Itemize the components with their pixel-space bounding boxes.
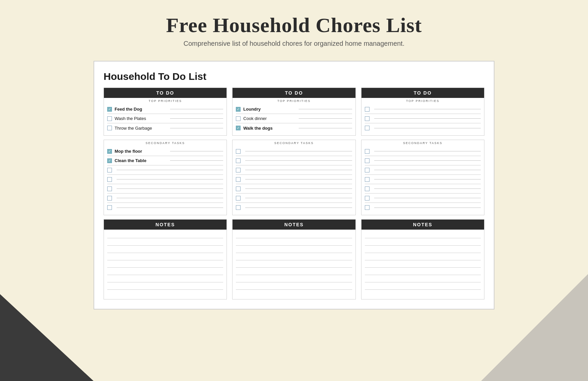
checkbox-2-sec-3[interactable] [236,168,241,172]
document: Household To Do List TO DOTOP PRIORITIES… [94,61,494,309]
column-1: TO DOTOP PRIORITIESFeed the DogWash the … [104,88,227,299]
checkbox-2-sec-6[interactable] [236,196,241,201]
column-3: TO DOTOP PRIORITIESSECONDARY TASKSNOTES [361,88,484,299]
top-task-item-2-2[interactable]: Cook dinner [236,114,352,123]
checkbox-3-sec-7[interactable] [365,205,370,210]
task-text-2-top-2: Cook dinner [243,116,297,121]
top-task-item-3-1[interactable] [365,105,481,114]
checkbox-3-top-3[interactable] [365,126,370,130]
task-text-1-top-2: Wash the Plates [115,116,168,121]
checkbox-3-sec-1[interactable] [365,149,370,154]
sec-task-line-1-5 [117,188,223,189]
secondary-tasks-list-2 [233,145,355,215]
checkbox-3-sec-6[interactable] [365,196,370,201]
checkbox-3-sec-5[interactable] [365,186,370,191]
sec-task-item-2-6[interactable] [236,194,352,203]
sec-task-item-1-1[interactable]: Mop the floor [107,147,223,156]
notes-header-1: NOTES [104,220,227,230]
note-line-2-2 [236,238,352,246]
top-task-item-1-1[interactable]: Feed the Dog [107,105,223,114]
checkbox-2-sec-1[interactable] [236,149,241,154]
task-text-1-sec-1: Mop the floor [115,149,168,154]
todo-header-1: TO DO [104,88,227,98]
checkbox-3-sec-3[interactable] [365,168,370,172]
sec-task-item-3-1[interactable] [365,147,481,156]
checkbox-1-sec-6[interactable] [107,196,112,201]
checkbox-1-sec-1[interactable] [107,149,112,154]
sec-task-item-3-4[interactable] [365,175,481,184]
sec-task-item-1-2[interactable]: Clean the Table [107,156,223,165]
top-task-item-2-3[interactable]: Walk the dogs [236,123,352,133]
task-line-3-top-1 [374,109,481,109]
checkbox-3-top-1[interactable] [365,107,370,112]
checkbox-1-sec-3[interactable] [107,168,112,172]
sec-task-line-3-3 [374,170,481,170]
top-priorities-block-2: TO DOTOP PRIORITIESLoundryCook dinnerWal… [232,88,355,136]
checkbox-3-sec-2[interactable] [365,158,370,163]
checkbox-1-sec-7[interactable] [107,205,112,210]
sec-task-line-3-4 [374,179,481,179]
top-task-item-1-3[interactable]: Throw the Garbage [107,123,223,133]
checkbox-2-top-1[interactable] [236,107,241,112]
checkbox-3-sec-4[interactable] [365,177,370,182]
secondary-tasks-label-3: SECONDARY TASKS [361,140,484,145]
sec-task-item-3-6[interactable] [365,194,481,203]
sec-task-line-1-7 [117,208,223,208]
note-line-3-1 [365,231,481,238]
top-task-item-1-2[interactable]: Wash the Plates [107,114,223,123]
sec-task-item-3-2[interactable] [365,156,481,165]
sec-task-item-1-7[interactable] [107,203,223,212]
sec-task-item-1-4[interactable] [107,175,223,184]
top-task-item-3-2[interactable] [365,114,481,123]
sec-task-item-1-5[interactable] [107,184,223,194]
sec-task-item-2-1[interactable] [236,147,352,156]
checkbox-2-sec-5[interactable] [236,186,241,191]
checkbox-2-sec-2[interactable] [236,158,241,163]
note-line-1-2 [107,238,223,246]
sec-task-item-2-5[interactable] [236,184,352,194]
notes-block-2: NOTES [232,219,355,299]
top-task-item-2-1[interactable]: Loundry [236,105,352,114]
note-line-1-8 [107,282,223,290]
sec-task-line-1-4 [117,179,223,179]
top-task-item-3-3[interactable] [365,123,481,133]
checkbox-1-sec-4[interactable] [107,177,112,182]
notes-lines-3 [361,230,484,299]
document-wrapper: Household To Do List TO DOTOP PRIORITIES… [0,54,588,320]
sec-task-item-3-7[interactable] [365,203,481,212]
checkbox-1-top-2[interactable] [107,116,112,121]
sec-task-item-2-4[interactable] [236,175,352,184]
checkbox-1-top-3[interactable] [107,126,112,130]
task-line-1-top-3 [170,128,224,128]
note-line-2-8 [236,282,352,290]
sec-task-item-2-3[interactable] [236,165,352,175]
sec-task-item-1-6[interactable] [107,194,223,203]
sec-task-line-2-1 [245,151,352,151]
checkbox-1-sec-5[interactable] [107,186,112,191]
note-line-3-4 [365,253,481,260]
note-line-3-9 [365,290,481,297]
sec-task-item-2-2[interactable] [236,156,352,165]
task-line-1-top-2 [170,118,224,119]
checkbox-2-top-3[interactable] [236,126,241,130]
sec-task-item-2-7[interactable] [236,203,352,212]
notes-block-1: NOTES [104,219,227,299]
document-title: Household To Do List [104,71,484,82]
checkbox-2-top-2[interactable] [236,116,241,121]
sec-task-item-3-5[interactable] [365,184,481,194]
checkbox-2-sec-4[interactable] [236,177,241,182]
column-2: TO DOTOP PRIORITIESLoundryCook dinnerWal… [232,88,355,299]
sec-task-item-1-3[interactable] [107,165,223,175]
checkbox-2-sec-7[interactable] [236,205,241,210]
sec-task-line-2-7 [245,208,352,208]
checkbox-1-top-1[interactable] [107,107,112,112]
note-line-1-5 [107,260,223,268]
sec-task-item-3-3[interactable] [365,165,481,175]
notes-lines-2 [233,230,355,299]
top-priorities-block-1: TO DOTOP PRIORITIESFeed the DogWash the … [104,88,227,136]
checkbox-3-top-2[interactable] [365,116,370,121]
note-line-1-1 [107,231,223,238]
note-line-1-4 [107,253,223,260]
task-line-1-top-1 [170,109,224,109]
checkbox-1-sec-2[interactable] [107,158,112,163]
